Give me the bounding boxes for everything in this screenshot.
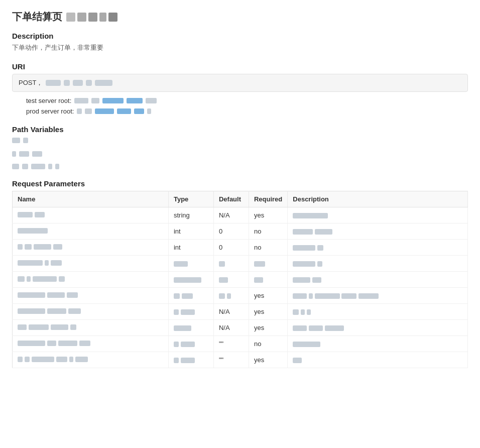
- server-list-item-1: test server root:: [26, 97, 468, 104]
- path-var-line-2: [12, 151, 468, 157]
- cell-type: int: [168, 223, 213, 240]
- pv3b4: [48, 164, 52, 169]
- cell-name: [13, 223, 169, 240]
- name-blur: [18, 324, 76, 330]
- cell-type: string: [168, 207, 213, 223]
- request-params-label: Request Parameters: [12, 179, 468, 188]
- cell-default: N/A: [213, 207, 249, 223]
- cell-type: [168, 288, 213, 304]
- cell-default: 0: [213, 223, 249, 240]
- col-name: Name: [13, 191, 169, 207]
- cell-required: yes: [249, 288, 287, 304]
- cell-desc: [288, 352, 468, 368]
- name-blur: [18, 212, 45, 217]
- pv3b2: [22, 164, 28, 169]
- table-header: Name Type Default Required Description: [13, 191, 468, 207]
- uri-bar: POST，: [12, 74, 468, 92]
- cell-type: [168, 304, 213, 320]
- table-row: int 0 no: [13, 223, 468, 240]
- cell-desc: [288, 320, 468, 336]
- path-variables-section: Path Variables: [12, 125, 468, 169]
- pv3b5: [55, 164, 59, 169]
- table-row: "" yes: [13, 352, 468, 368]
- cell-name: [13, 336, 169, 352]
- uri-section: URI POST， test server root: prod server …: [12, 62, 468, 115]
- cell-required: no: [249, 336, 287, 352]
- cell-default: "": [213, 352, 249, 368]
- table-row: "" no: [13, 336, 468, 352]
- name-blur: [18, 292, 78, 298]
- col-type: Type: [168, 191, 213, 207]
- pv3b1: [12, 164, 19, 169]
- table-body: string N/A yes int 0 no: [13, 207, 468, 368]
- cell-required: yes: [249, 352, 287, 368]
- cell-name: [13, 288, 169, 304]
- name-blur: [18, 260, 62, 266]
- header-row: Name Type Default Required Description: [13, 191, 468, 207]
- cell-type: [168, 336, 213, 352]
- description-text: 下单动作，产生订单，非常重要: [12, 43, 468, 52]
- table-row: N/A yes: [13, 304, 468, 320]
- pv1b1: [12, 138, 20, 143]
- cell-name: [13, 240, 169, 256]
- cell-default: [213, 256, 249, 272]
- cell-required: yes: [249, 320, 287, 336]
- cell-default: N/A: [213, 320, 249, 336]
- col-default: Default: [213, 191, 249, 207]
- table-row: yes: [13, 288, 468, 304]
- s2b5: [134, 108, 144, 114]
- uri-blur-3: [73, 80, 83, 86]
- cell-default: 0: [213, 240, 249, 256]
- s1b1: [74, 98, 88, 103]
- cell-desc: [288, 240, 468, 256]
- table-row: N/A yes: [13, 320, 468, 336]
- cell-default: N/A: [213, 304, 249, 320]
- request-params-section: Request Parameters Name Type Default Req…: [12, 179, 468, 368]
- col-description: Description: [288, 191, 468, 207]
- page-title: 下单结算页: [12, 10, 468, 24]
- path-variables-label: Path Variables: [12, 125, 468, 134]
- cell-desc: [288, 207, 468, 223]
- title-icon-2: [77, 13, 86, 22]
- server-2-label: prod server root:: [26, 107, 74, 115]
- uri-blur-4: [86, 80, 92, 86]
- cell-default: "": [213, 336, 249, 352]
- pv2b2: [19, 151, 29, 157]
- path-var-line-1: [12, 138, 468, 143]
- name-blur: [18, 276, 65, 282]
- cell-required: no: [249, 240, 287, 256]
- table-row: [13, 256, 468, 272]
- s2b1: [77, 108, 82, 114]
- title-icon-1: [66, 13, 75, 22]
- server-list: test server root: prod server root:: [12, 97, 468, 115]
- name-blur: [18, 357, 88, 362]
- table-row: [13, 272, 468, 288]
- cell-desc: [288, 256, 468, 272]
- path-vars-content: [12, 138, 468, 169]
- cell-name: [13, 320, 169, 336]
- cell-default: [213, 272, 249, 288]
- title-icon-3: [88, 13, 97, 22]
- cell-required: no: [249, 223, 287, 240]
- cell-name: [13, 256, 169, 272]
- cell-desc: [288, 272, 468, 288]
- title-icon-4: [99, 13, 106, 22]
- s1b4: [127, 98, 143, 103]
- server-list-item-2: prod server root:: [26, 107, 468, 115]
- name-blur: [18, 228, 48, 234]
- cell-type: [168, 256, 213, 272]
- title-text: 下单结算页: [12, 10, 62, 24]
- s1b3: [102, 98, 124, 103]
- uri-blur-2: [64, 80, 70, 86]
- pv1b2: [23, 138, 28, 143]
- table-row: int 0 no: [13, 240, 468, 256]
- cell-type: int: [168, 240, 213, 256]
- path-var-line-3: [12, 164, 468, 169]
- name-blur: [18, 308, 81, 314]
- s2b3: [95, 108, 114, 114]
- cell-required: yes: [249, 304, 287, 320]
- cell-name: [13, 352, 169, 368]
- title-icon-5: [108, 13, 117, 22]
- cell-name: [13, 207, 169, 223]
- uri-method: POST，: [19, 78, 43, 87]
